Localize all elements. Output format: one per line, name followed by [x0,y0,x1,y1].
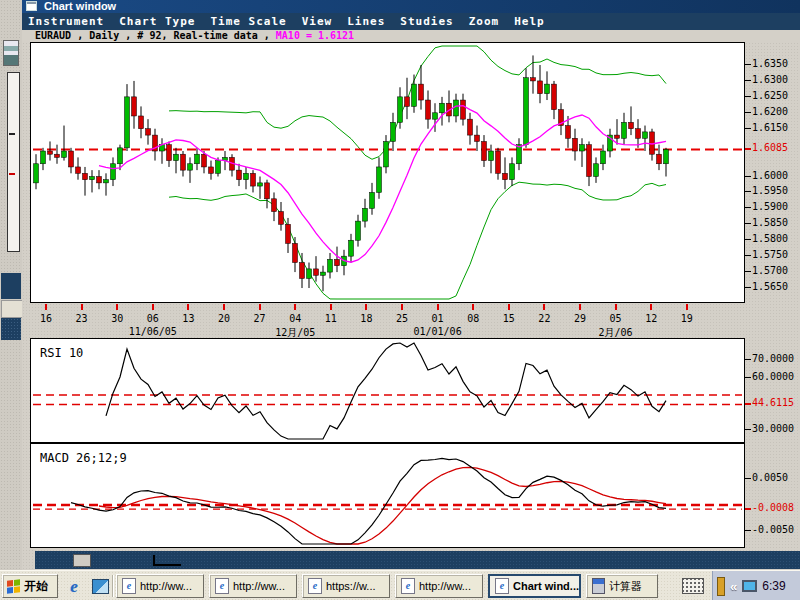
instrument-status-text: EURAUD , Daily , # 92, Real-time data , [35,30,276,41]
calculator-icon [592,578,605,594]
task-button-3[interactable]: ehttps://w... [302,574,390,598]
taskbar-clock: 6:39 [762,579,785,593]
task-button-1[interactable]: ehttp://ww... [116,574,204,598]
task-button-label: http://ww... [140,580,192,592]
scrollbar-mark [9,133,15,135]
windows-logo-icon [7,579,20,593]
background-window-icon [3,40,19,66]
task-button-group: ehttp://ww...ehttp://ww...ehttps://w...e… [116,574,658,598]
menu-item-view[interactable]: View [302,15,333,28]
ie-page-icon: e [495,578,509,594]
network-monitor-icon[interactable] [742,580,757,592]
task-button-4[interactable]: ehttp://ww... [395,574,483,598]
window-icon [26,1,37,11]
start-button[interactable]: 开始 [2,574,58,598]
menu-item-zoom[interactable]: Zoom [469,15,500,28]
background-window-strip [0,0,22,570]
macd-panel[interactable] [30,443,745,548]
ma10-status-text: MA10 = 1.6121 [276,30,354,41]
start-button-label: 开始 [24,578,48,595]
ie-page-icon: e [122,578,136,594]
task-button-label: http://ww... [419,580,471,592]
candlestick-chart [31,43,744,302]
menu-item-lines[interactable]: Lines [347,15,385,28]
taskbar-divider [112,575,114,597]
price-chart-panel[interactable] [30,42,745,303]
menu-item-help[interactable]: Help [514,15,545,28]
minimized-window-bar[interactable] [35,551,800,569]
task-button-label: Chart wind... [513,580,579,592]
tray-chevron[interactable]: « [730,579,737,594]
background-scrollbar-track[interactable] [7,72,20,252]
taskbar: 开始 e ehttp://ww...ehttp://ww...ehttps://… [0,570,800,600]
ie-page-icon: e [215,578,229,594]
quick-launch-ie-icon[interactable]: e [63,575,85,597]
menu-item-studies[interactable]: Studies [400,15,453,28]
task-button-label: https://w... [326,580,376,592]
menu-item-instrument[interactable]: Instrument [28,15,104,28]
background-beige-block [1,300,23,318]
tray-icon-amber[interactable] [717,577,725,596]
task-button-6[interactable]: 计算器 [586,574,658,598]
task-button-2[interactable]: ehttp://ww... [209,574,297,598]
rsi-label: RSI 10 [40,346,83,360]
task-button-label: http://ww... [233,580,285,592]
menu-item-chart-type[interactable]: Chart Type [119,15,195,28]
ie-page-icon: e [401,578,415,594]
window-title: Chart window [44,0,116,12]
background-navy-block [1,273,21,299]
system-tray: « 6:39 [712,571,800,600]
background-navy-block-2 [1,318,21,340]
macd-label: MACD 26;12;9 [40,451,127,465]
menu-item-time-scale[interactable]: Time Scale [210,15,286,28]
window-titlebar[interactable]: Chart window [22,0,800,13]
input-method-keyboard-icon[interactable] [682,578,704,594]
menu-bar: InstrumentChart TypeTime ScaleViewLinesS… [22,13,800,30]
quick-launch-icon-2[interactable] [89,575,111,597]
macd-chart [31,444,744,547]
rsi-panel[interactable] [30,338,745,443]
minimized-window-icon [73,554,91,567]
rsi-chart [31,339,744,442]
minimized-window-glyph [153,555,181,566]
x-axis-strip [30,303,745,338]
ie-page-icon: e [308,578,322,594]
task-button-5[interactable]: eChart wind... [488,574,581,598]
task-button-label: 计算器 [609,579,642,594]
scrollbar-mark-red [9,173,15,175]
status-bar: EURAUD , Daily , # 92, Real-time data , … [22,30,800,42]
